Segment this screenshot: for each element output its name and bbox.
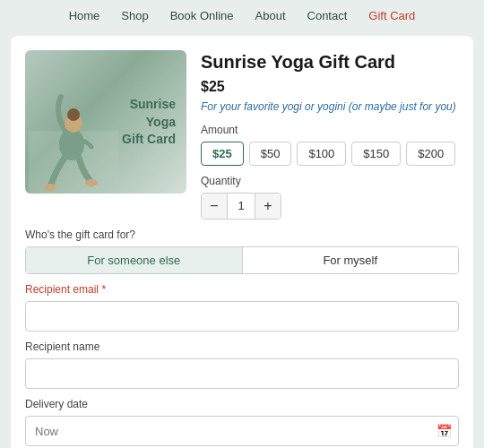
- qty-value: 1: [227, 194, 255, 219]
- recipient-name-input[interactable]: [25, 358, 459, 389]
- amount-btn-50[interactable]: $50: [249, 142, 292, 166]
- svg-point-5: [85, 179, 98, 186]
- nav-item-about[interactable]: About: [255, 9, 286, 22]
- amount-btn-150[interactable]: $150: [351, 142, 401, 166]
- qty-minus-button[interactable]: −: [202, 194, 227, 219]
- quantity-control: − 1 +: [201, 193, 281, 220]
- svg-point-3: [67, 108, 80, 121]
- amount-btn-25[interactable]: $25: [201, 142, 244, 166]
- recipient-email-label: Recipient email *: [25, 283, 459, 296]
- nav-item-gift-card[interactable]: Gift Card: [368, 9, 415, 22]
- recipient-name-label: Recipient name: [25, 340, 459, 353]
- amount-buttons: $25 $50 $100 $150 $200: [201, 142, 459, 166]
- product-price: $25: [201, 79, 459, 95]
- product-info: Sunrise Yoga Gift Card $25 For your favo…: [201, 50, 459, 220]
- delivery-date-input[interactable]: [25, 416, 459, 446]
- recipient-someone-else-button[interactable]: For someone else: [26, 247, 243, 273]
- amount-btn-100[interactable]: $100: [297, 142, 346, 166]
- page-wrapper: Home Shop Book Online About Contact Gift…: [0, 0, 484, 448]
- product-title: Sunrise Yoga Gift Card: [201, 50, 459, 73]
- delivery-date-label: Delivery date: [25, 398, 459, 410]
- product-section: Sunrise Yoga Gift Card Sunrise Yoga Gift…: [11, 36, 473, 220]
- product-image: Sunrise Yoga Gift Card: [25, 50, 186, 194]
- quantity-label: Quantity: [201, 175, 459, 187]
- image-overlay-text: Sunrise Yoga Gift Card: [122, 96, 176, 149]
- nav-item-home[interactable]: Home: [69, 9, 100, 22]
- date-input-wrapper: 📅: [25, 416, 459, 446]
- form-section: Who's the gift card for? For someone els…: [11, 228, 473, 446]
- recipient-myself-button[interactable]: For myself: [243, 247, 459, 273]
- navbar: Home Shop Book Online About Contact Gift…: [0, 0, 484, 30]
- product-subtitle: For your favorite yogi or yogini (or may…: [201, 100, 459, 113]
- nav-item-book-online[interactable]: Book Online: [170, 9, 234, 22]
- amount-label: Amount: [201, 124, 459, 136]
- nav-item-contact[interactable]: Contact: [307, 9, 348, 22]
- amount-btn-200[interactable]: $200: [406, 142, 455, 166]
- recipient-email-input[interactable]: [25, 301, 459, 332]
- recipient-buttons: For someone else For myself: [25, 246, 459, 274]
- qty-plus-button[interactable]: +: [255, 194, 281, 219]
- nav-item-shop[interactable]: Shop: [121, 9, 148, 22]
- svg-point-4: [44, 184, 56, 191]
- product-card: Sunrise Yoga Gift Card Sunrise Yoga Gift…: [11, 36, 473, 448]
- recipient-label: Who's the gift card for?: [25, 228, 459, 241]
- yoga-figure-svg: [29, 59, 118, 194]
